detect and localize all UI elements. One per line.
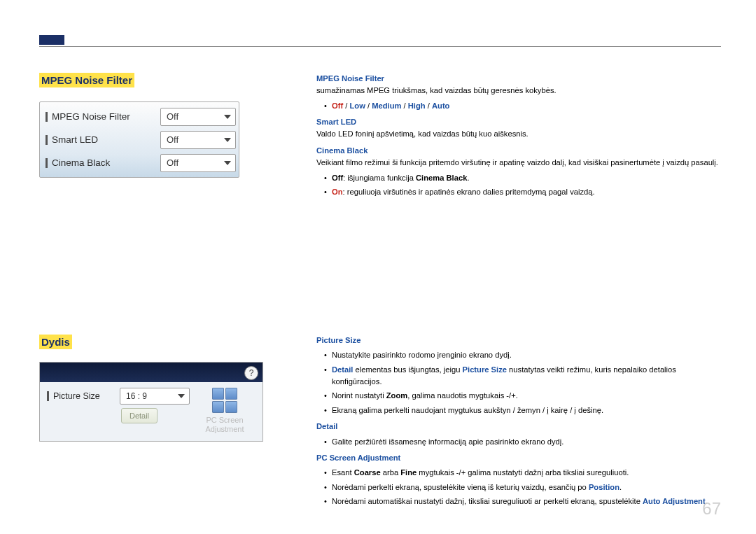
term-detail: Detail <box>316 422 337 430</box>
bullet-cinema-on: On: reguliuoja viršutinės ir apatinės ek… <box>316 186 721 198</box>
bullet-detail-1: Galite peržiūrėti išsamesnę informaciją … <box>316 436 721 448</box>
term-smart-led: Smart LED <box>316 118 356 126</box>
panel-titlebar: ? <box>40 363 262 382</box>
text-smart-desc: Valdo LED foninį apšvietimą, kad vaizdas… <box>316 128 721 140</box>
dropdown-value: Off <box>167 111 178 122</box>
row-label: Smart LED <box>43 134 160 145</box>
bullet-ps-1: Nustatykite pasirinkto rodomo įrenginio … <box>316 349 721 361</box>
chevron-down-icon <box>224 161 231 165</box>
dropdown-value: Off <box>167 157 178 168</box>
row-cinema-black: Cinema Black Off <box>43 151 236 174</box>
label-text: MPEG Noise Filter <box>52 111 130 122</box>
bullet-pc-2: Norėdami perkelti ekraną, spustelėkite v… <box>316 482 721 493</box>
text-mpeg-desc: sumažinamas MPEG triukšmas, kad vaizdas … <box>316 85 721 97</box>
dropdown-value: Off <box>167 134 178 145</box>
row-label: Picture Size <box>44 391 120 401</box>
term-pc-screen-adjustment: PC Screen Adjustment <box>316 454 400 462</box>
header-accent <box>39 35 64 45</box>
bullet-mpeg-options: Off / Low / Medium / High / Auto <box>316 100 721 112</box>
chevron-down-icon <box>224 138 231 142</box>
section-title-mpeg: MPEG Noise Filter <box>39 73 134 87</box>
bullet-pc-3: Norėdami automatiškai nustatyti dažnį, t… <box>316 496 721 507</box>
bullet-cinema-off: Off: išjungiama funkcija Cinema Black. <box>316 172 721 184</box>
dropdown-smart-led[interactable]: Off <box>160 131 236 149</box>
dropdown-mpeg[interactable]: Off <box>160 108 236 126</box>
row-label: MPEG Noise Filter <box>43 111 160 122</box>
term-cinema-black: Cinema Black <box>316 146 368 155</box>
bullet-ps-3: Norint nustatyti Zoom, galima naudotis m… <box>316 390 721 402</box>
text-cinema-desc: Veikiant filmo režimui ši funkcija prite… <box>316 157 721 169</box>
label-text: Picture Size <box>53 391 100 401</box>
panel-size: ? Picture Size 16 : 9 Detail PC Screen A… <box>39 362 263 442</box>
header-rule <box>39 46 721 47</box>
bullet-ps-2: Detail elementas bus išjungtas, jeigu Pi… <box>316 364 721 388</box>
chevron-down-icon <box>178 394 185 398</box>
label-text: Smart LED <box>52 134 98 145</box>
chevron-down-icon <box>224 115 231 119</box>
term-picture-size: Picture Size <box>316 336 360 344</box>
row-smart-led: Smart LED Off <box>43 128 236 151</box>
section-title-dydis: Dydis <box>39 335 72 349</box>
row-picture-size: Picture Size 16 : 9 <box>44 386 191 406</box>
row-label: Cinema Black <box>43 157 160 168</box>
dropdown-value: 16 : 9 <box>126 391 147 401</box>
bullet-ps-4: Ekraną galima perkelti naudojant mygtuku… <box>316 405 721 416</box>
position-grid-icon[interactable] <box>212 388 237 413</box>
detail-button[interactable]: Detail <box>121 408 158 423</box>
bullet-pc-1: Esant Coarse arba Fine mygtukais -/+ gal… <box>316 467 721 479</box>
term-mpeg-noise-filter: MPEG Noise Filter <box>316 74 384 83</box>
page-number: 67 <box>702 499 721 519</box>
pc-screen-adjustment-label: PC Screen Adjustment <box>205 416 244 434</box>
dropdown-cinema-black[interactable]: Off <box>160 154 236 172</box>
label-text: Cinema Black <box>52 157 110 168</box>
row-mpeg-noise-filter: MPEG Noise Filter Off <box>43 105 236 128</box>
dropdown-picture-size[interactable]: 16 : 9 <box>120 388 190 405</box>
help-icon[interactable]: ? <box>244 366 258 380</box>
panel-mpeg-noise: MPEG Noise Filter Off Smart LED Off Cine… <box>39 101 239 178</box>
